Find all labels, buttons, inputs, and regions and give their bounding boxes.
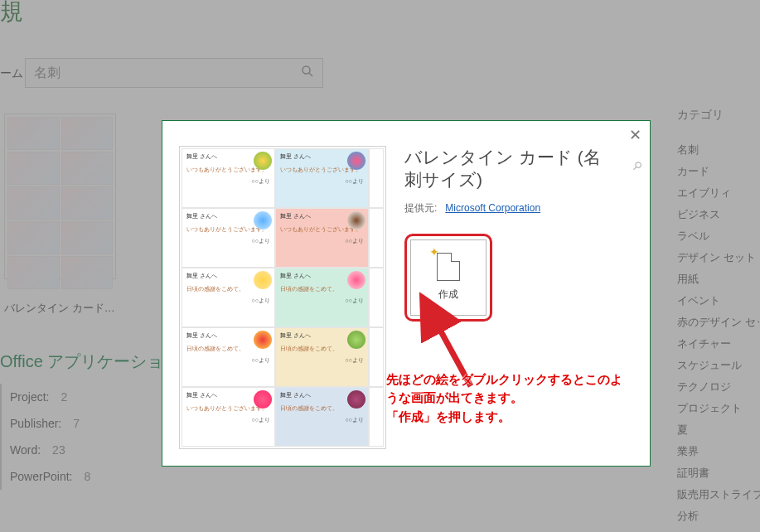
category-item[interactable]: 夏 xyxy=(677,419,760,441)
preview-card: 舞里 さんへ日頃の感謝をこめて。○○より xyxy=(182,268,275,327)
template-details: バレンタイン カード (名刺サイズ) 提供元: Microsoft Corpor… xyxy=(386,146,633,449)
category-item[interactable]: テクノロジ xyxy=(677,376,760,398)
preview-card: 舞里 さんへ日頃の感謝をこめて。○○より xyxy=(275,327,369,387)
preview-card: 舞里 さんへいつもありがとうございます。○○より xyxy=(182,208,275,268)
category-item[interactable]: イベント xyxy=(677,290,760,312)
provider-label: 提供元: xyxy=(404,202,437,214)
preview-card: 舞里 さんへいつもありがとうございます。○○より xyxy=(182,387,275,447)
template-preview-image: 舞里 さんへいつもありがとうございます。○○より舞里 さんへいつもありがとうござ… xyxy=(179,146,386,449)
category-item[interactable]: ビジネス xyxy=(677,204,760,225)
app-count: 8 xyxy=(84,470,90,483)
app-row[interactable]: Word: 23 xyxy=(0,437,99,463)
template-provider: 提供元: Microsoft Corporation xyxy=(404,201,633,215)
category-item[interactable]: カード xyxy=(677,161,760,182)
template-title: バレンタイン カード (名刺サイズ) xyxy=(404,146,633,191)
create-highlight-box: 作成 xyxy=(404,234,492,322)
preview-card: 舞里 さんへいつもありがとうございます。○○より xyxy=(275,148,369,208)
app-row[interactable]: PowerPoint: 8 xyxy=(0,463,99,490)
search-input[interactable]: 名刺 xyxy=(25,58,323,88)
app-name: PowerPoint: xyxy=(10,470,72,483)
home-label: ーム xyxy=(0,66,23,81)
category-item[interactable]: クールのデザイン セ xyxy=(677,527,760,532)
template-thumb-label: バレンタイン カード (… xyxy=(4,301,116,316)
app-count: 2 xyxy=(61,390,67,404)
preview-stub xyxy=(369,327,384,387)
template-preview-modal: ✕ ⚲ 舞里 さんへいつもありがとうございます。○○より舞里 さんへいつもありが… xyxy=(162,120,651,467)
category-item[interactable]: プロジェクト xyxy=(677,398,760,419)
category-item[interactable]: 分析 xyxy=(677,505,760,527)
preview-stub xyxy=(369,268,384,327)
svg-line-1 xyxy=(309,73,312,76)
app-row[interactable]: Publisher: 7 xyxy=(0,410,99,437)
category-item[interactable]: 販売用ストライプの xyxy=(677,484,760,505)
preview-stub xyxy=(369,208,384,268)
preview-card: 舞里 さんへいつもありがとうございます。○○より xyxy=(275,208,369,268)
category-item[interactable]: ラベル xyxy=(677,225,760,247)
app-count: 7 xyxy=(73,417,80,430)
app-name: Word: xyxy=(10,443,41,457)
preview-card: 舞里 さんへいつもありがとうございます。○○より xyxy=(182,148,275,208)
sidebar-heading: カテゴリ xyxy=(677,108,760,123)
svg-point-0 xyxy=(303,66,310,74)
create-button[interactable]: 作成 xyxy=(410,239,486,316)
category-item[interactable]: 業界 xyxy=(677,441,760,462)
category-sidebar: カテゴリ 名刺カードエイブリィビジネスラベルデザイン セット用紙イベント赤のデザ… xyxy=(677,108,760,532)
search-value: 名刺 xyxy=(34,65,61,82)
create-label: 作成 xyxy=(438,288,458,302)
category-item[interactable]: スケジュール xyxy=(677,355,760,376)
apps-heading: Office アプリケーション xyxy=(0,351,180,373)
preview-card: 舞里 さんへ日頃の感謝をこめて。○○より xyxy=(275,268,369,327)
category-item[interactable]: 赤のデザイン セット xyxy=(677,312,760,333)
page-title: 規 xyxy=(0,0,23,27)
preview-card: 舞里 さんへ日頃の感謝をこめて。○○より xyxy=(182,327,275,387)
app-name: Project: xyxy=(10,390,49,404)
category-item[interactable]: 用紙 xyxy=(677,268,760,290)
preview-card: 舞里 さんへ日頃の感謝をこめて。○○より xyxy=(275,387,369,447)
new-document-icon xyxy=(437,253,460,281)
search-icon[interactable] xyxy=(301,65,314,81)
template-thumbnail[interactable] xyxy=(4,114,116,279)
app-list: Project: 2 Publisher: 7 Word: 23 PowerPo… xyxy=(0,384,99,490)
preview-stub xyxy=(369,148,384,208)
annotation-text: 先ほどの絵をダブルクリックするとこのような画面が出てきます。「作成」を押します。 xyxy=(386,370,628,427)
app-count: 23 xyxy=(52,443,65,457)
close-icon[interactable]: ✕ xyxy=(629,128,641,143)
category-item[interactable]: エイブリィ xyxy=(677,182,760,204)
category-item[interactable]: デザイン セット xyxy=(677,247,760,268)
app-name: Publisher: xyxy=(10,417,61,430)
category-item[interactable]: ネイチャー xyxy=(677,333,760,355)
category-item[interactable]: 証明書 xyxy=(677,462,760,484)
preview-stub xyxy=(369,387,384,447)
app-row[interactable]: Project: 2 xyxy=(0,384,99,410)
provider-link[interactable]: Microsoft Corporation xyxy=(445,202,540,214)
category-item[interactable]: 名刺 xyxy=(677,139,760,161)
